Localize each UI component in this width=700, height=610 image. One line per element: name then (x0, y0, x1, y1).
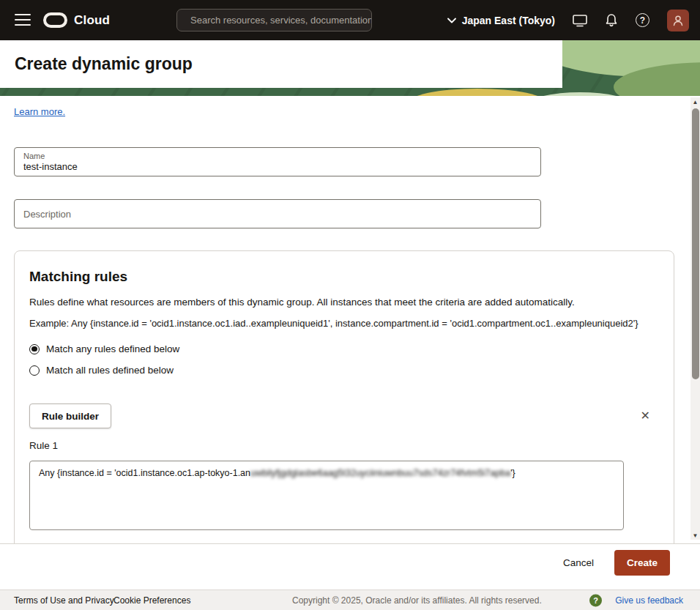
scrollbar-thumb[interactable] (692, 108, 699, 379)
feedback-link[interactable]: Give us feedback (615, 595, 683, 606)
radio-match-any-label: Match any rules defined below (46, 343, 179, 354)
navbar-actions: Japan East (Tokyo) ? (447, 0, 700, 40)
brand[interactable]: Cloud (43, 0, 110, 40)
chevron-down-icon (447, 18, 456, 23)
radio-selected-icon[interactable] (29, 344, 40, 354)
learn-more-link[interactable]: Learn more. (14, 106, 65, 117)
top-navbar: Cloud Search resources, services, docume… (0, 0, 700, 40)
name-field-label: Name (23, 152, 532, 160)
create-button[interactable]: Create (614, 550, 670, 576)
global-search-input[interactable]: Search resources, services, documentatio… (176, 9, 372, 31)
cloud-shell-icon[interactable] (573, 14, 587, 27)
radio-match-all[interactable]: Match all rules defined below (29, 365, 659, 376)
rule-1-label: Rule 1 (29, 440, 659, 451)
action-bar: Cancel Create (0, 543, 700, 589)
menu-icon[interactable] (15, 14, 31, 26)
radio-unselected-icon[interactable] (29, 365, 40, 376)
person-icon (672, 15, 684, 26)
rule-text-redacted: uwbilyfjgdglasbe6aag5t32uyciiniuwnbuu7sd… (250, 468, 510, 478)
radio-match-all-label: Match all rules defined below (46, 365, 174, 376)
radio-match-any[interactable]: Match any rules defined below (29, 343, 659, 354)
name-field-value[interactable]: test-instance (23, 161, 532, 172)
rule-1-textarea[interactable]: Any {instance.id = 'ocid1.instance.oc1.a… (29, 461, 624, 530)
page-header: Create dynamic group (0, 40, 700, 96)
rule-builder-button[interactable]: Rule builder (29, 403, 111, 428)
region-label: Japan East (Tokyo) (462, 15, 555, 26)
rule-text-prefix: Any {instance.id = 'ocid1.instance.oc1.a… (39, 468, 250, 478)
cookie-preferences-link[interactable]: Cookie Preferences (113, 595, 190, 606)
search-placeholder: Search resources, services, documentatio… (190, 15, 372, 26)
description-field-placeholder: Description (23, 209, 71, 220)
page: Cloud Search resources, services, docume… (0, 0, 700, 610)
rule-header-row: Rule builder ✕ (29, 403, 659, 428)
copyright-text: Copyright © 2025, Oracle and/or its affi… (292, 595, 542, 606)
vertical-scrollbar[interactable]: ▲ ▼ (690, 97, 700, 540)
description-field[interactable]: Description (14, 199, 541, 228)
page-title-panel: Create dynamic group (0, 40, 562, 88)
scroll-down-icon[interactable]: ▼ (690, 531, 700, 540)
matching-rules-card: Matching rules Rules define what resourc… (14, 250, 674, 543)
matching-rules-title: Matching rules (29, 269, 659, 285)
matching-rules-description: Rules define what resources are members … (29, 297, 659, 308)
region-selector[interactable]: Japan East (Tokyo) (447, 15, 555, 26)
scroll-up-icon[interactable]: ▲ (690, 97, 700, 106)
terms-link[interactable]: Terms of Use and Privacy (14, 595, 114, 606)
oracle-logo-icon (43, 12, 67, 28)
notifications-bell-icon[interactable] (605, 13, 618, 27)
page-title: Create dynamic group (15, 54, 193, 74)
remove-rule-icon[interactable]: ✕ (641, 410, 650, 422)
page-footer: Terms of Use and Privacy Cookie Preferen… (0, 589, 700, 610)
brand-label: Cloud (74, 13, 110, 28)
main-content: Learn more. Name test-instance Descripti… (0, 96, 691, 543)
cancel-button[interactable]: Cancel (563, 557, 594, 568)
name-field[interactable]: Name test-instance (14, 147, 541, 176)
help-icon[interactable]: ? (636, 13, 649, 27)
profile-avatar[interactable] (667, 10, 689, 31)
matching-rules-example: Example: Any {instance.id = 'ocid1.insta… (29, 318, 659, 329)
rule-text-suffix: '} (510, 468, 515, 478)
footer-help-icon[interactable]: ? (589, 594, 602, 606)
